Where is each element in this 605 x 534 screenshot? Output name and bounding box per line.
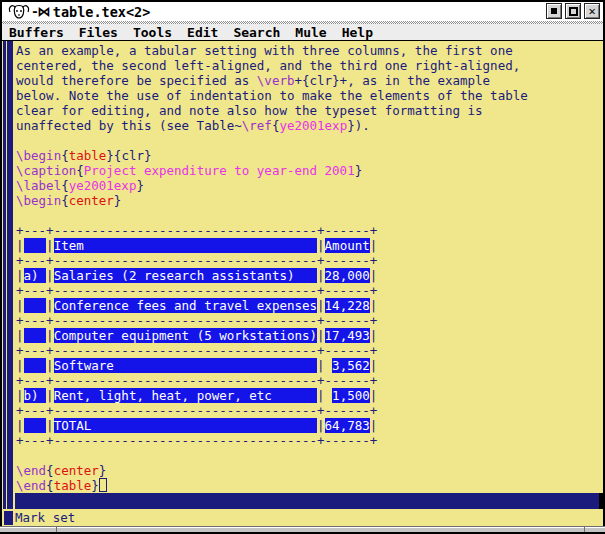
buffer-line[interactable]: +---+-----------------------------------… <box>16 313 603 328</box>
menu-item-tools[interactable]: Tools <box>133 25 172 40</box>
buffer-line[interactable]: As an example, a tabular setting with th… <box>16 43 603 58</box>
buffer-line[interactable]: unaffected by this (see Table~\ref{ye200… <box>16 118 603 133</box>
buffer-line[interactable]: \begin{table}{clr} <box>16 148 603 163</box>
text-segment: } <box>91 478 99 493</box>
buffer-line[interactable]: +---+-----------------------------------… <box>16 433 603 448</box>
buffer-line[interactable]: below. Note the use of indentation to ma… <box>16 88 603 103</box>
buffer-line[interactable]: would therefore be specified as \verb+{c… <box>16 73 603 88</box>
latex-argument: Project expenditure to year-end 2001 <box>84 163 355 178</box>
buffer-line[interactable]: |b) |Rent, light, heat, power, etc | 1,5… <box>16 388 603 403</box>
buffer-line[interactable]: \caption{Project expenditure to year-end… <box>16 163 603 178</box>
latex-keyword: \end <box>16 463 46 478</box>
buffer-line[interactable] <box>16 133 603 148</box>
text-segment: | <box>370 238 378 253</box>
text-segment: centered, the second left-aligned, and t… <box>16 58 520 73</box>
text-segment: below. Note the use of indentation to ma… <box>16 88 528 103</box>
buffer-area[interactable]: As an example, a tabular setting with th… <box>2 41 603 493</box>
buffer-line[interactable]: | |Item |Amount| <box>16 238 603 253</box>
text-segment: { <box>46 478 54 493</box>
maximize-icon <box>569 7 578 16</box>
text-segment: { <box>61 178 69 193</box>
text-segment: +---+-----------------------------------… <box>16 433 377 448</box>
text-segment: }{clr} <box>106 148 151 163</box>
buffer-line[interactable]: | |Computer equipment (5 workstations)|1… <box>16 328 603 343</box>
text-segment: | <box>46 388 54 403</box>
text-segment: +---+-----------------------------------… <box>16 313 377 328</box>
table-cell-highlight: b) <box>24 388 47 403</box>
table-cell-highlight: 14,228 <box>325 298 370 313</box>
table-cell-highlight <box>24 238 47 253</box>
echo-area-message: Mark set <box>15 510 75 525</box>
text-segment: +---+-----------------------------------… <box>16 223 377 238</box>
text-segment <box>16 448 24 463</box>
buffer-line[interactable]: +---+-----------------------------------… <box>16 253 603 268</box>
latex-environment-name: center <box>54 463 99 478</box>
buffer-line[interactable]: +---+-----------------------------------… <box>16 403 603 418</box>
buffer-line[interactable]: | |Software | 3,562| <box>16 358 603 373</box>
text-segment: | <box>46 328 54 343</box>
latex-keyword: \begin <box>16 148 61 163</box>
menu-item-help[interactable]: Help <box>342 25 373 40</box>
text-segment: { <box>61 193 69 208</box>
buffer-text[interactable]: As an example, a tabular setting with th… <box>16 43 603 493</box>
text-segment: | <box>16 418 24 433</box>
text-segment: | <box>16 238 24 253</box>
text-segment: | <box>46 418 54 433</box>
gnu-head-icon <box>7 3 31 20</box>
text-segment: | <box>370 268 378 283</box>
buffer-line[interactable]: +---+-----------------------------------… <box>16 373 603 388</box>
latex-keyword: \caption <box>16 163 76 178</box>
text-segment: | <box>370 358 378 373</box>
minimize-button[interactable] <box>546 3 562 19</box>
buffer-line[interactable]: \begin{center} <box>16 193 603 208</box>
text-segment: As an example, a tabular setting with th… <box>16 43 513 58</box>
buffer-line[interactable]: +---+-----------------------------------… <box>16 283 603 298</box>
table-cell-highlight: TOTAL <box>54 418 317 433</box>
menu-bar: BuffersFilesToolsEditSearchMuleHelp <box>2 24 603 41</box>
menu-item-search[interactable]: Search <box>233 25 280 40</box>
text-segment: | <box>46 358 54 373</box>
vertical-scrollbar[interactable] <box>2 41 15 509</box>
window-titlebar[interactable]: -⋈ table.tex<2> ✕ <box>2 2 603 21</box>
buffer-line[interactable] <box>16 208 603 223</box>
table-cell-highlight <box>24 358 47 373</box>
latex-environment-name: table <box>54 478 92 493</box>
buffer-line[interactable] <box>16 448 603 463</box>
menu-item-mule[interactable]: Mule <box>295 25 326 40</box>
buffer-line[interactable]: |a) |Salaries (2 research assistants) |2… <box>16 268 603 283</box>
maximize-button[interactable] <box>565 3 581 19</box>
text-segment: | <box>317 268 325 283</box>
menu-item-buffers[interactable]: Buffers <box>9 25 64 40</box>
buffer-line[interactable]: centered, the second left-aligned, and t… <box>16 58 603 73</box>
text-segment: +---+-----------------------------------… <box>16 373 377 388</box>
minibuffer-scrollbar-thumb[interactable] <box>3 510 14 526</box>
latex-keyword: \verb <box>257 73 295 88</box>
menu-item-edit[interactable]: Edit <box>187 25 218 40</box>
minibuffer[interactable]: Mark set <box>2 509 603 526</box>
window-buttons: ✕ <box>546 3 600 19</box>
text-segment: +---+-----------------------------------… <box>16 253 377 268</box>
resize-handle-divider <box>56 527 57 532</box>
close-button[interactable]: ✕ <box>584 3 600 19</box>
buffer-line[interactable]: \end{table} <box>16 478 603 493</box>
buffer-line[interactable]: | |TOTAL |64,783| <box>16 418 603 433</box>
table-cell-highlight: Item <box>54 238 317 253</box>
buffer-line[interactable]: \end{center} <box>16 463 603 478</box>
buffer-line[interactable]: \label{ye2001exp} <box>16 178 603 193</box>
mode-line: --:** table.tex<2> (Text Fill)--L30--All… <box>15 493 599 509</box>
buffer-line[interactable]: +---+-----------------------------------… <box>16 223 603 238</box>
table-cell-highlight <box>24 298 47 313</box>
buffer-line[interactable]: clear for editing, and note also how the… <box>16 103 603 118</box>
buffer-line[interactable]: | |Conference fees and travel expenses|1… <box>16 298 603 313</box>
table-cell-highlight: 17,493 <box>325 328 370 343</box>
menu-item-files[interactable]: Files <box>79 25 118 40</box>
text-cursor <box>99 478 107 492</box>
text-segment: | <box>317 328 325 343</box>
text-segment: } <box>114 193 122 208</box>
window-resize-border[interactable] <box>0 526 605 534</box>
text-segment: | <box>46 268 54 283</box>
buffer-line[interactable]: +---+-----------------------------------… <box>16 343 603 358</box>
text-segment: | <box>317 298 325 313</box>
text-segment: +---+-----------------------------------… <box>16 283 377 298</box>
window-title: table.tex<2> <box>53 4 151 20</box>
